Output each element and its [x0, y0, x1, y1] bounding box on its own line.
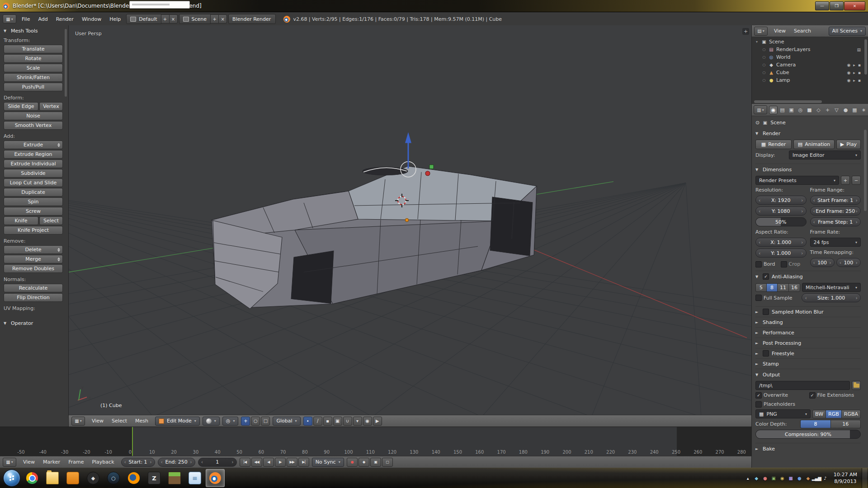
panel-shading[interactable]: ►Shading	[755, 317, 861, 327]
edge-select-icon[interactable]: /	[313, 417, 322, 426]
tool-noise[interactable]: Noise	[4, 112, 63, 120]
proportional-edit-icon[interactable]: ◉	[363, 417, 372, 426]
snap-element-icon[interactable]: ▾	[353, 417, 362, 426]
file-format-dropdown[interactable]: ▦ PNG ▾	[755, 409, 811, 418]
aa-samples-16-button[interactable]: 16	[788, 283, 800, 292]
aa-filter-dropdown[interactable]: Mitchell-Netravali ▾	[802, 283, 861, 292]
interaction-mode-dropdown[interactable]: Edit Mode ▾	[155, 417, 200, 426]
pin-icon[interactable]: ⊙	[755, 120, 760, 126]
tool-extrude-individual[interactable]: Extrude Individual	[4, 160, 63, 168]
object-data-tab[interactable]: ▽	[832, 106, 841, 114]
tray-icon-7[interactable]: ◆	[804, 473, 812, 483]
visibility-eye-icon[interactable]: ◉	[847, 78, 851, 83]
selectability-icon[interactable]: ▸	[853, 70, 855, 75]
render-layers-tab[interactable]: ▤	[778, 106, 787, 114]
selectability-icon[interactable]: ▸	[853, 78, 855, 83]
show-hidden-icons-button[interactable]: ▴	[744, 473, 752, 483]
properties-scrollbar[interactable]	[864, 130, 867, 211]
tool-select[interactable]: Select	[39, 216, 63, 225]
aspect-x-field[interactable]: X: 1.000	[755, 238, 807, 247]
constraints-tab[interactable]: ◇	[814, 106, 823, 114]
play-reverse-button[interactable]: ◀	[263, 458, 274, 467]
depth-16-button[interactable]: 16	[830, 420, 861, 428]
particles-tab[interactable]: ∗	[859, 106, 868, 114]
resolution-percentage-slider[interactable]: 50%	[755, 217, 807, 226]
frame-rate-dropdown[interactable]: 24 fps▾	[810, 238, 861, 247]
anti-aliasing-panel-header[interactable]: ▼ Anti-Aliasing	[755, 272, 861, 282]
object-tab[interactable]: ■	[805, 106, 814, 114]
tray-icon-2[interactable]: ●	[761, 473, 769, 483]
play-button[interactable]: ▶Play	[836, 140, 861, 149]
browse-folder-button[interactable]	[852, 381, 861, 390]
windows-explorer-taskbar-button[interactable]	[43, 469, 62, 487]
blender-taskbar-button[interactable]	[206, 469, 225, 487]
tool-smooth-vertex[interactable]: Smooth Vertex	[4, 121, 63, 130]
panel-sampled-motion-blur[interactable]: ►Sampled Motion Blur	[755, 306, 861, 317]
add-layout-button[interactable]: +	[161, 14, 170, 23]
menu-search[interactable]: Search	[790, 27, 815, 35]
tray-icon-4[interactable]: ◉	[778, 473, 786, 483]
panel-post-processing[interactable]: ►Post Processing	[755, 338, 861, 348]
jump-to-start-button[interactable]: |◀	[240, 458, 250, 467]
viewport-shading-dropdown[interactable]: ▾	[203, 417, 220, 426]
snap-magnet-icon[interactable]: ∪	[343, 417, 352, 426]
menu-view[interactable]: View	[770, 27, 790, 35]
tool-shrink-fatten[interactable]: Shrink/Fatten	[4, 73, 63, 82]
tool-knife[interactable]: Knife	[4, 216, 38, 225]
chrome-taskbar-button[interactable]	[23, 469, 42, 487]
tool-extrude[interactable]: Extrude	[4, 141, 63, 149]
resolution-x-field[interactable]: X: 1920	[755, 196, 807, 205]
editor-type-button[interactable]: ▦▾	[3, 14, 16, 23]
timeline-ruler[interactable]: -50-40-30-20-100102030405060708090100110…	[0, 427, 751, 456]
display-dropdown[interactable]: Image Editor ▾	[789, 150, 861, 160]
add-preset-button[interactable]: +	[841, 176, 850, 185]
viewport-3d-canvas[interactable]: x y	[69, 25, 751, 415]
window-title-bar[interactable]: Blender* [C:\Users\Dan\Documents\Blender…	[0, 0, 868, 12]
modifiers-tab[interactable]: +	[823, 106, 832, 114]
rgba-button[interactable]: RGBA	[841, 410, 861, 418]
tool-merge[interactable]: Merge	[4, 255, 63, 263]
editor-type-button[interactable]: ▤▾	[754, 27, 768, 36]
minecraft-taskbar-button[interactable]	[165, 469, 184, 487]
compression-slider[interactable]: Compression: 90%	[755, 430, 861, 439]
expander-icon[interactable]: ▾	[755, 40, 759, 44]
outliner-row-cube[interactable]: ○▲Cube◉▸▪	[752, 69, 868, 76]
keying-set-icon[interactable]: ◆	[359, 458, 369, 467]
file-extensions-checkbox[interactable]	[809, 392, 816, 399]
selectability-icon[interactable]: ▸	[853, 63, 855, 67]
render-presets-dropdown[interactable]: Render Presets ▾	[755, 176, 839, 185]
operator-panel-header[interactable]: ▼ Operator	[4, 320, 63, 326]
add-scene-button[interactable]: +	[210, 14, 219, 23]
delete-scene-button[interactable]: ×	[218, 14, 227, 23]
bw-button[interactable]: BW	[812, 410, 826, 418]
bake-panel-header[interactable]: ► Bake	[755, 444, 861, 454]
outliner-row-renderlayers[interactable]: ○▤RenderLayers▤	[752, 46, 868, 53]
current-frame-line[interactable]	[132, 427, 133, 456]
viewport-3d[interactable]: x y User Persp (1) Cube + ▦▾ ViewSelectM…	[69, 25, 751, 427]
full-sample-checkbox[interactable]	[755, 295, 762, 301]
editor-type-button[interactable]: ▥▾	[754, 105, 767, 114]
y-axis-handle[interactable]	[429, 165, 434, 169]
output-panel-header[interactable]: ▼ Output	[755, 370, 861, 380]
rgb-button[interactable]: RGB	[826, 410, 842, 418]
panel-checkbox[interactable]	[763, 309, 769, 315]
render-visibility-icon[interactable]: ▪	[858, 78, 861, 83]
expander-icon[interactable]: ○	[762, 70, 766, 75]
panel-stamp[interactable]: ►Stamp	[755, 358, 861, 369]
resolution-y-field[interactable]: Y: 1080	[755, 206, 807, 216]
menu-help[interactable]: Help	[105, 15, 125, 23]
outliner-horizontal-scrollbar[interactable]	[754, 100, 822, 103]
jump-to-end-button[interactable]: ▶|	[298, 458, 309, 467]
x-axis-handle[interactable]	[425, 171, 430, 176]
tool-subdivide[interactable]: Subdivide	[4, 169, 63, 178]
rotate-manipulator-icon[interactable]: ○	[251, 417, 260, 426]
steam-taskbar-button[interactable]	[104, 469, 123, 487]
viewport-canvas[interactable]: x y	[69, 25, 751, 415]
tool-duplicate[interactable]: Duplicate	[4, 188, 63, 197]
opengl-render-icon[interactable]: ▶	[373, 417, 382, 426]
volume-icon[interactable]: ♪	[821, 473, 829, 483]
record-button[interactable]: ●	[347, 458, 358, 467]
menu-window[interactable]: Window	[78, 15, 105, 23]
tool-loop-cut-and-slide[interactable]: Loop Cut and Slide	[4, 178, 63, 187]
render-button[interactable]: ▦Render	[755, 140, 792, 149]
